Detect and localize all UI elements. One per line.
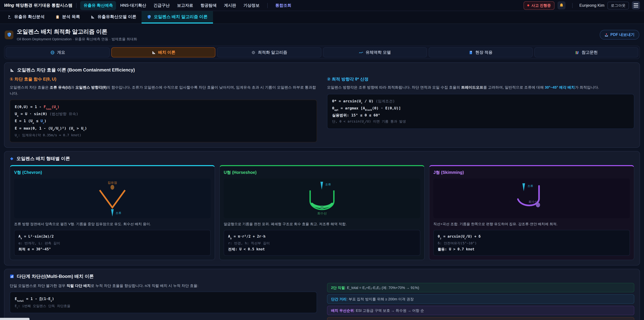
divider — [267, 3, 268, 8]
containment-efficiency-card: 오일펜스 차단 효율 이론 (Boom Containment Efficien… — [4, 62, 640, 148]
nav-aerial-search[interactable]: 항공탐색 — [197, 1, 220, 10]
multi-boom-card: 다단계 차단선(Multi-Boom) 배치 이론 단일 오일펜스로 차단 불가… — [4, 269, 640, 320]
export-tray-icon — [604, 33, 608, 37]
hamburger-menu-button[interactable] — [632, 1, 640, 10]
tab-boom-algorithm-theory[interactable]: 오일펜스 배치 알고리즘 이론 — [142, 11, 213, 24]
collection-point-dot — [110, 185, 114, 190]
shapes-card-header: 오일펜스 배치 형태별 이론 — [10, 156, 634, 162]
tab-overview[interactable]: 개요 — [6, 47, 110, 57]
incident-status-badge: 사고 진행중 — [524, 1, 554, 10]
formula-note: r: 반경, h: 직선부 길이 — [228, 240, 416, 246]
current-label: 조류 — [325, 183, 331, 186]
optimal-angle-formula-block: θ* = arcsin(Uc / U) (임계조건) θopt = argmax… — [327, 94, 634, 129]
formula-line: θJ = arcsin(Uc/U) + δ — [438, 233, 626, 240]
optimal-angle-title: ② 최적 방향각 θ* 산정 — [327, 77, 634, 82]
diamond-icon — [10, 157, 14, 161]
policy-tidal-change: 조석 변화: 창조·낙조 전환 시 오일펜스 방향 재조정 필요 — [327, 317, 634, 320]
chevron-formula-block: AV = L²·sin(2α)/2 α: 반개각, L: 편측 길이 최적 α … — [14, 230, 211, 256]
shield-icon — [6, 32, 12, 37]
formula-line: 활용: U > 0.7 knot — [438, 246, 626, 252]
collection-point-label: 집유점 — [108, 181, 117, 185]
gear-icon — [251, 50, 256, 55]
optimal-angle-paragraph: 오일펜스 방향각은 조류 방향에 따라 최적화됩니다. 차단 면적과 오일 수집… — [327, 85, 634, 91]
set-square-icon — [91, 15, 95, 19]
nav-weather[interactable]: 기상정보 — [240, 1, 263, 10]
nav-oil-spill-prediction[interactable]: 유출유 확산예측 — [80, 1, 116, 10]
browser-status-strip — [0, 318, 30, 320]
policy-text: : ESI 고등급 구역 보호 → 취수원 → 어항 순 — [354, 308, 424, 312]
deployment-shapes-card: 오일펜스 배치 형태별 이론 V형 (Chevron) 집유점 조류 조류 방향… — [4, 151, 640, 265]
divider — [76, 3, 76, 8]
logout-button[interactable]: 로그아웃 — [608, 2, 629, 9]
notifications-button[interactable] — [558, 1, 566, 10]
wave-icon — [359, 50, 363, 55]
formula-note: δ: 안전여유각(5°~10°) — [438, 240, 626, 246]
current-arrow-icon — [320, 182, 323, 190]
formula-line: E(θ,U) = 1 - Floss(Un) — [15, 104, 312, 111]
top-nav-right: 사고 진행중 Eunjeong Kim 로그아웃 — [524, 1, 640, 10]
formula-note: Uc: 임계유속(약 0.35m/s ≈ 0.7 knot) — [15, 132, 312, 138]
tab-optimization-algorithm[interactable]: 최적화 알고리즘 — [217, 47, 321, 57]
set-square-icon — [10, 68, 14, 73]
multi-boom-header: 다단계 차단선(Multi-Boom) 배치 이론 — [10, 273, 634, 279]
tab-references[interactable]: 참고문헌 — [534, 47, 638, 57]
formula-line: 최적 α = 30°~45° — [18, 246, 206, 252]
nav-emergency-rescue[interactable]: 긴급구난 — [150, 1, 173, 10]
set-square-icon — [152, 50, 156, 55]
nav-hns-diffusion[interactable]: HNS·대기확산 — [117, 1, 150, 10]
skimming-diagram: 조류 회수선 — [433, 179, 630, 218]
containment-card-title: 오일펜스 차단 효율 이론 (Boom Containment Efficien… — [17, 67, 135, 73]
pdf-export-button[interactable]: PDF 내보내기 — [600, 30, 639, 40]
current-label: 조류 — [116, 211, 122, 215]
app-root: Wing 해양환경 위기대응 통합시스템 유출유 확산예측 HNS·대기확산 긴… — [0, 0, 644, 320]
page-title-icon — [5, 30, 14, 39]
efficiency-formula-block: E(θ,U) = 1 - Floss(Un) Un = U · sin(θ) (… — [10, 100, 317, 142]
tab-label: 최적화 알고리즘 — [258, 50, 287, 55]
chevron-title: V형 (Chevron) — [14, 170, 211, 176]
tab-label: 현장 적용 — [475, 50, 492, 55]
app-logo[interactable]: Wing 해양환경 위기대응 통합시스템 — [4, 3, 72, 8]
formula-line: AV = L²·sin(2α)/2 — [18, 233, 206, 240]
formula-line: θopt = argmax [Ablock(θ) · E(θ,U)] — [332, 105, 629, 112]
containment-card-header: 오일펜스 차단 효율 이론 (Boom Containment Efficien… — [10, 67, 634, 73]
books-icon — [575, 50, 579, 55]
formula-line: E = 1 (Un ≤ Uc) — [15, 118, 312, 125]
tab-diffusion-model-theory[interactable]: 유출유확산모델 이론 — [85, 11, 142, 24]
logo-wing-mark: Wing — [4, 3, 14, 8]
tab-label: 오일펜스 배치 알고리즘 이론 — [154, 14, 208, 20]
deployment-policy-list: 2단 직렬: E_total = E₁+E₂-E₁E₂ (예: 70%+70% … — [327, 283, 634, 320]
user-name: Eunjeong Kim — [580, 3, 604, 8]
tab-label: 유출유 확산분석 — [14, 14, 44, 20]
tab-label: 개요 — [57, 50, 65, 55]
tab-label: 배치 이론 — [158, 50, 176, 55]
nav-integrated-search[interactable]: 통합조회 — [272, 1, 295, 10]
incident-dot-icon — [527, 4, 529, 6]
policy-label: 2단 직렬 — [331, 286, 345, 290]
nav-reports[interactable]: 보고자료 — [174, 1, 196, 10]
divider — [572, 3, 573, 8]
shape-card-horseshoe: U형 (Horseshoe) 조류 회수선 말굽형으로 기름을 완전 포위. 폐… — [219, 165, 425, 260]
containment-right-column: ② 최적 방향각 θ* 산정 오일펜스 방향각은 조류 방향에 따라 최적화됩니… — [327, 77, 634, 142]
shield-icon — [147, 15, 152, 19]
skimming-formula-block: θJ = arcsin(Uc/U) + δ δ: 안전여유각(5°~10°) 활… — [433, 230, 630, 256]
formula-line: θ* = arcsin(Uc / U) (임계조건) — [332, 98, 629, 105]
tab-hydrodynamics-model[interactable]: 유체역학 모델 — [323, 47, 427, 57]
page-title-block: 오일펜스 배치 최적화 알고리즘 이론 Oil Boom Deployment … — [17, 28, 137, 42]
tab-field-application[interactable]: 현장 적용 — [428, 47, 532, 57]
tab-deployment-theory[interactable]: 배치 이론 — [111, 47, 215, 57]
chevron-diagram: 집유점 조류 — [14, 179, 211, 218]
current-arrow-icon — [522, 183, 525, 191]
formula-note: α: 반개각, L: 편측 길이 — [18, 240, 206, 246]
policy-two-stage-series: 2단 직렬: E_total = E₁+E₂-E₁E₂ (예: 70%+70% … — [327, 283, 634, 292]
nav-board[interactable]: 게시판 — [221, 1, 240, 10]
tab-analysis-list[interactable]: 분석 목록 — [50, 11, 85, 24]
formula-line: Etotal = 1 - ∏(1-Ei) — [15, 296, 312, 303]
tab-spill-analysis[interactable]: 유출유 확산분석 — [2, 11, 50, 24]
pdf-export-label: PDF 내보내기 — [610, 32, 634, 37]
recovery-point-dot — [320, 206, 324, 210]
bell-icon — [559, 3, 564, 8]
recovery-point-dot — [536, 203, 540, 207]
efficiency-function-title: ① 차단 효율 함수 E(θ, U) — [10, 77, 317, 82]
workspace-tabs: 유출유 확산분석 분석 목록 유출유확산모델 이론 오일펜스 배치 알고리즘 이… — [0, 11, 644, 24]
section-tabs: 개요 배치 이론 최적화 알고리즘 유체역학 모델 현장 적용 — [4, 46, 640, 59]
